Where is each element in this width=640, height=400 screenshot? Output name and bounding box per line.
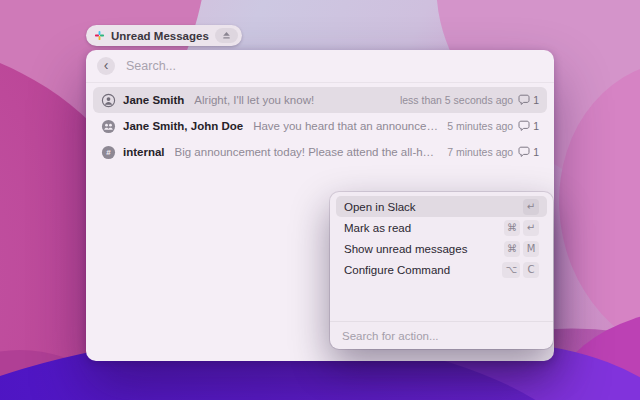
- action-label: Mark as read: [344, 222, 411, 234]
- message-count: 1: [533, 94, 539, 106]
- message-row-jane-smith-john-doe[interactable]: Jane Smith, John Doe Have you heard that…: [93, 113, 547, 139]
- message-list: Jane Smith Alright, I'll let you know! l…: [86, 83, 554, 165]
- message-sender: internal: [123, 146, 165, 158]
- command-pill-label: Unread Messages: [111, 30, 209, 42]
- message-time: less than 5 seconds ago: [400, 94, 513, 106]
- chat-bubble-icon: [518, 146, 530, 158]
- message-sender: Jane Smith, John Doe: [123, 120, 243, 132]
- action-configure-command[interactable]: Configure Command ⌥ C: [336, 259, 547, 280]
- message-preview: Have you heard that an announcement is c…: [253, 120, 440, 132]
- message-row-jane-smith[interactable]: Jane Smith Alright, I'll let you know! l…: [93, 87, 547, 113]
- action-label: Show unread messages: [344, 243, 467, 255]
- message-meta: less than 5 seconds ago 1: [400, 94, 539, 106]
- action-open-in-slack[interactable]: Open in Slack ↵: [336, 196, 547, 217]
- action-show-unread-messages[interactable]: Show unread messages ⌘ M: [336, 238, 547, 259]
- message-time: 7 minutes ago: [447, 146, 513, 158]
- eject-icon: [221, 30, 232, 41]
- shortcut-keys: ⌘ M: [504, 241, 539, 257]
- slack-icon: [94, 30, 105, 41]
- shortcut-keys: ⌘ ↵: [504, 220, 539, 236]
- return-key: ↵: [523, 220, 539, 236]
- chat-bubble-icon: [518, 120, 530, 132]
- back-button[interactable]: ‹: [97, 57, 115, 75]
- shortcut-keys: ↵: [523, 199, 539, 215]
- command-key: ⌘: [504, 241, 520, 257]
- option-key: ⌥: [502, 262, 520, 278]
- message-meta: 7 minutes ago 1: [447, 146, 539, 158]
- chevron-left-icon: ‹: [104, 58, 109, 72]
- return-key: ↵: [523, 199, 539, 215]
- shortcut-keys: ⌥ C: [502, 262, 539, 278]
- action-label: Open in Slack: [344, 201, 416, 213]
- action-search-input[interactable]: Search for action...: [342, 330, 439, 342]
- action-search-footer: Search for action...: [330, 321, 553, 349]
- command-key: ⌘: [504, 220, 520, 236]
- message-row-internal[interactable]: # internal Big announcement today! Pleas…: [93, 139, 547, 165]
- c-key: C: [523, 262, 539, 278]
- message-sender: Jane Smith: [123, 94, 184, 106]
- message-time: 5 minutes ago: [447, 120, 513, 132]
- message-meta: 5 minutes ago 1: [447, 120, 539, 132]
- message-preview: Alright, I'll let you know!: [194, 94, 393, 106]
- message-count: 1: [533, 146, 539, 158]
- search-bar: ‹ Search...: [86, 50, 554, 83]
- command-pill[interactable]: Unread Messages: [86, 25, 242, 46]
- desktop-screen: Unread Messages ‹ Search...: [0, 0, 640, 400]
- action-label: Configure Command: [344, 264, 450, 276]
- chat-bubble-icon: [518, 94, 530, 106]
- search-input[interactable]: Search...: [126, 59, 176, 73]
- person-icon: [101, 93, 116, 108]
- action-mark-as-read[interactable]: Mark as read ⌘ ↵: [336, 217, 547, 238]
- action-menu-panel: Open in Slack ↵ Mark as read ⌘ ↵ Show un…: [330, 192, 553, 349]
- channel-hash-icon: #: [101, 145, 116, 160]
- message-preview: Big announcement today! Please attend th…: [175, 146, 441, 158]
- pill-disconnect-button[interactable]: [215, 28, 238, 43]
- message-count: 1: [533, 120, 539, 132]
- hash-glyph: #: [106, 148, 111, 157]
- people-icon: [101, 119, 116, 134]
- m-key: M: [523, 241, 539, 257]
